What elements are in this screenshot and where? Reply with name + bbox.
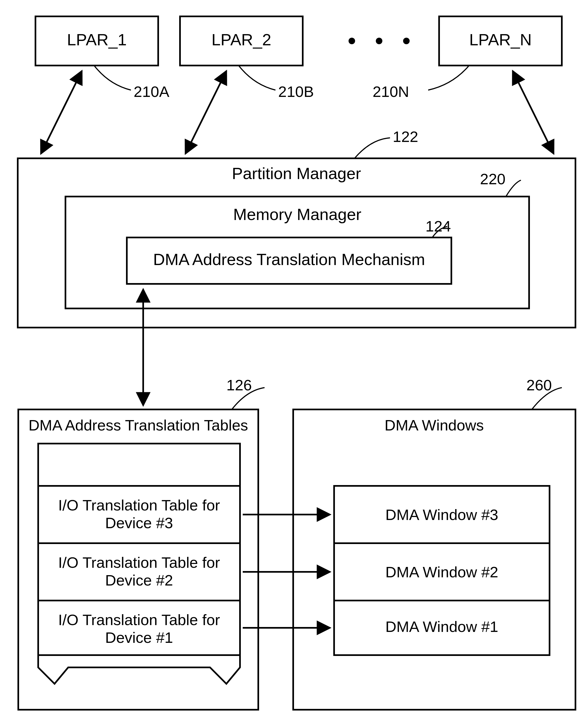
lead-210a: [94, 65, 131, 90]
dma-window-3: DMA Window #3: [385, 506, 498, 523]
ref-124: 124: [425, 218, 451, 235]
table-row-1-line1: I/O Translation Table for: [58, 611, 220, 628]
dma-window-1: DMA Window #1: [385, 618, 498, 635]
partition-manager-title: Partition Manager: [232, 164, 361, 183]
lpar-1-label: LPAR_1: [67, 31, 127, 49]
svg-point-1: [376, 38, 382, 44]
windows-title: DMA Windows: [384, 417, 484, 434]
table-row-1-line2: Device #1: [105, 629, 173, 646]
lpar-2-label: LPAR_2: [211, 31, 271, 49]
table-row-3-line2: Device #3: [105, 514, 173, 531]
ellipsis-dots: [349, 38, 410, 44]
ref-122: 122: [393, 128, 418, 145]
lpar-n-label: LPAR_N: [469, 31, 532, 49]
lead-210n: [428, 65, 469, 90]
ref-260: 260: [526, 377, 552, 393]
tables-inner: I/O Translation Table for Device #3 I/O …: [38, 444, 240, 684]
ref-126: 126: [226, 377, 252, 393]
lead-210b: [239, 65, 275, 90]
table-row-2-line1: I/O Translation Table for: [58, 554, 220, 571]
lead-122: [355, 138, 390, 158]
arrow-lpar1-pm: [41, 71, 82, 154]
table-row-3-line1: I/O Translation Table for: [58, 497, 220, 514]
dma-mechanism-title: DMA Address Translation Mechanism: [153, 250, 425, 269]
ref-210a: 210A: [134, 83, 169, 100]
ref-210b: 210B: [278, 83, 314, 100]
tables-title: DMA Address Translation Tables: [28, 417, 248, 434]
arrow-lpar2-pm: [186, 71, 226, 154]
memory-manager-title: Memory Manager: [233, 205, 361, 224]
table-row-2-line2: Device #2: [105, 572, 173, 589]
ref-210n: 210N: [373, 83, 409, 100]
svg-point-0: [349, 38, 355, 44]
arrow-lparn-pm: [513, 71, 554, 154]
ref-220: 220: [480, 170, 505, 187]
dma-window-2: DMA Window #2: [385, 563, 498, 581]
svg-point-2: [403, 38, 410, 44]
